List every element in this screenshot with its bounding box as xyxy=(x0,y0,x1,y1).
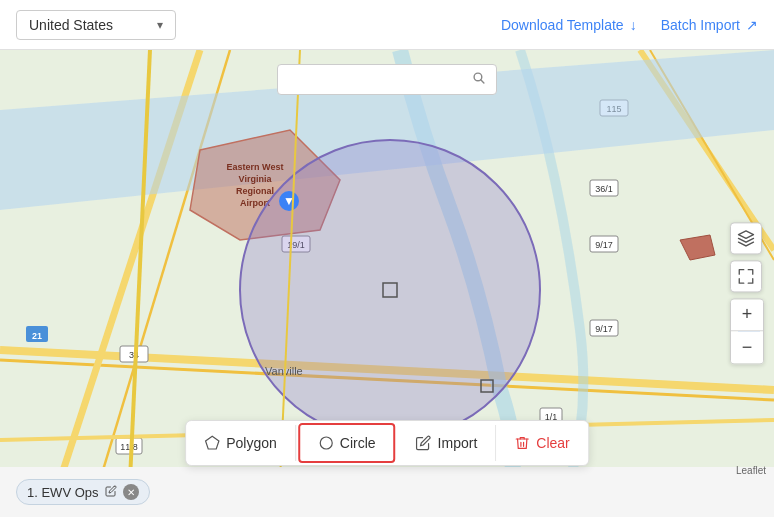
drawing-toolbar: Polygon Circle Import xyxy=(185,420,589,466)
country-select-value: United States xyxy=(29,17,113,33)
header-actions: Download Template ↓ Batch Import ↗ xyxy=(501,17,758,33)
country-select[interactable]: United States ▾ xyxy=(16,10,176,40)
batch-import-link[interactable]: Batch Import ↗ xyxy=(661,17,758,33)
map-search-box[interactable] xyxy=(277,64,497,95)
ewv-ops-tag: 1. EWV Ops ✕ xyxy=(16,479,150,505)
zoom-controls: + − xyxy=(730,298,764,364)
batch-import-icon: ↗ xyxy=(746,17,758,33)
search-icon xyxy=(472,71,486,88)
content: 21 11/8 34 34/1 19/1 9/17 9/17 1/1 115 3… xyxy=(0,50,774,517)
clear-button[interactable]: Clear xyxy=(496,425,587,461)
download-template-link[interactable]: Download Template ↓ xyxy=(501,17,637,33)
download-icon: ↓ xyxy=(630,17,637,33)
import-label: Import xyxy=(438,435,478,451)
circle-button[interactable]: Circle xyxy=(298,423,396,463)
svg-text:Vanville: Vanville xyxy=(265,365,303,377)
svg-line-46 xyxy=(481,80,484,83)
circle-icon xyxy=(318,435,334,451)
svg-text:9/17: 9/17 xyxy=(595,324,613,334)
import-button[interactable]: Import xyxy=(398,425,497,461)
svg-marker-47 xyxy=(206,436,219,449)
tag-container: 1. EWV Ops ✕ xyxy=(0,467,774,517)
zoom-in-button[interactable]: + xyxy=(731,299,763,331)
circle-label: Circle xyxy=(340,435,376,451)
svg-text:21: 21 xyxy=(32,331,42,341)
chevron-down-icon: ▾ xyxy=(157,18,163,32)
svg-text:Regional: Regional xyxy=(236,186,274,196)
polygon-label: Polygon xyxy=(226,435,277,451)
svg-text:Virginia: Virginia xyxy=(239,174,273,184)
batch-import-label: Batch Import xyxy=(661,17,740,33)
import-icon xyxy=(416,435,432,451)
map-background: 21 11/8 34 34/1 19/1 9/17 9/17 1/1 115 3… xyxy=(0,50,774,480)
tag-label: 1. EWV Ops xyxy=(27,485,99,500)
zoom-out-button[interactable]: − xyxy=(731,331,763,363)
search-input[interactable] xyxy=(288,72,466,87)
layers-button[interactable] xyxy=(730,222,762,254)
svg-text:11/8: 11/8 xyxy=(120,442,138,452)
fullscreen-button[interactable] xyxy=(730,260,762,292)
svg-point-36 xyxy=(240,140,540,440)
clear-label: Clear xyxy=(536,435,569,451)
tag-close-icon[interactable]: ✕ xyxy=(123,484,139,500)
leaflet-attribution: Leaflet xyxy=(736,465,766,476)
header: United States ▾ Download Template ↓ Batc… xyxy=(0,0,774,50)
map-controls: + − xyxy=(730,222,764,364)
map-container[interactable]: 21 11/8 34 34/1 19/1 9/17 9/17 1/1 115 3… xyxy=(0,50,774,480)
clear-icon xyxy=(514,435,530,451)
download-template-label: Download Template xyxy=(501,17,624,33)
svg-text:36/1: 36/1 xyxy=(595,184,613,194)
polygon-icon xyxy=(204,435,220,451)
polygon-button[interactable]: Polygon xyxy=(186,425,296,461)
svg-point-48 xyxy=(320,437,332,449)
svg-text:Eastern West: Eastern West xyxy=(227,162,284,172)
svg-text:9/17: 9/17 xyxy=(595,240,613,250)
tag-edit-icon[interactable] xyxy=(105,485,117,500)
page: United States ▾ Download Template ↓ Batc… xyxy=(0,0,774,517)
